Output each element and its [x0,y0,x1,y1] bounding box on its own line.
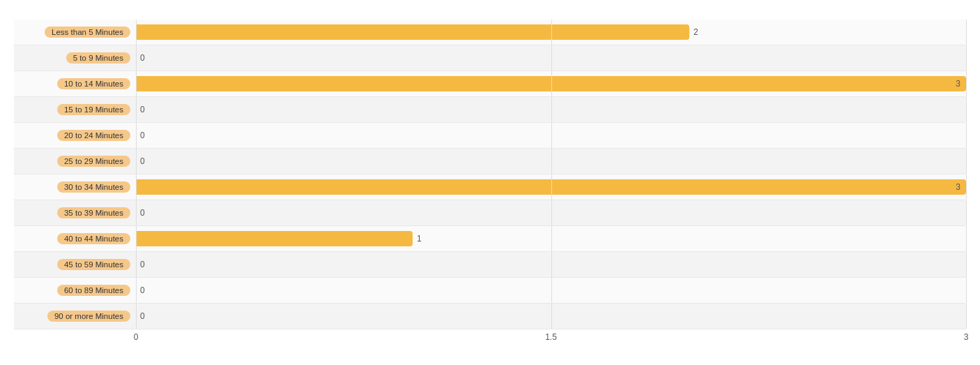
x-axis-label: 3 [964,332,969,342]
bar-label: 40 to 44 Minutes [14,233,136,244]
bar-value: 3 [956,182,960,192]
bar-label-text: 25 to 29 Minutes [57,156,130,167]
bar-label-text: 5 to 9 Minutes [66,52,130,64]
grid-line [966,20,967,45]
grid-line [136,71,137,96]
bar-row: 45 to 59 Minutes0 [14,252,966,278]
bar-area: 0 [136,252,966,277]
x-axis: 01.53 [14,332,966,346]
grid-line [966,278,967,303]
grid-line [966,149,967,174]
bar-row: 25 to 29 Minutes0 [14,149,966,174]
bar-label: 90 or more Minutes [14,311,136,322]
grid-line [136,200,137,225]
grid-line [966,174,967,200]
grid-line [966,252,967,277]
bar-label: Less than 5 Minutes [14,27,136,38]
bar-value: 0 [140,311,145,321]
grid-line [136,97,137,122]
grid-line [551,71,552,96]
bar-area: 0 [136,278,966,303]
grid-line [966,71,967,96]
bar-label: 10 to 14 Minutes [14,78,136,89]
bar-row: 15 to 19 Minutes0 [14,97,966,123]
bar-label-text: 30 to 34 Minutes [57,181,130,193]
bar-row: 10 to 14 Minutes3 [14,71,966,97]
bar-area: 0 [136,123,966,148]
bar-label: 30 to 34 Minutes [14,181,136,193]
bar-row: 5 to 9 Minutes0 [14,45,966,71]
bar-label-text: 60 to 89 Minutes [57,285,130,296]
bar-area: 0 [136,149,966,174]
grid-line [551,149,552,174]
grid-line [136,226,137,251]
bar-label: 60 to 89 Minutes [14,285,136,296]
bar-row: 35 to 39 Minutes0 [14,200,966,226]
grid-line [966,200,967,225]
bar-area: 0 [136,304,966,329]
bar-fill [136,231,413,246]
bar-value: 0 [140,105,145,114]
bar-label: 15 to 19 Minutes [14,104,136,115]
bar-label-text: 35 to 39 Minutes [57,207,130,218]
grid-line [551,252,552,277]
bar-area: 1 [136,226,966,251]
bar-area: 2 [136,20,966,45]
bar-value: 1 [417,234,422,244]
bar-label: 20 to 24 Minutes [14,130,136,141]
grid-line [136,20,137,45]
grid-line [136,45,137,70]
bar-area: 3 [136,71,966,96]
grid-line [551,97,552,122]
bar-value: 2 [694,27,698,37]
bar-fill [136,24,689,40]
grid-line [551,226,552,251]
chart-container: Less than 5 Minutes25 to 9 Minutes010 to… [0,0,980,365]
bar-area: 0 [136,45,966,70]
bar-label-text: 45 to 59 Minutes [57,259,130,270]
grid-line [136,278,137,303]
bar-row: 30 to 34 Minutes3 [14,174,966,200]
grid-line [136,174,137,200]
bar-value: 0 [140,208,145,218]
grid-line [551,20,552,45]
bar-row: 60 to 89 Minutes0 [14,278,966,304]
grid-line [136,252,137,277]
x-axis-label: 0 [134,332,139,342]
grid-line [136,149,137,174]
bar-label: 45 to 59 Minutes [14,259,136,270]
bar-value: 3 [956,79,960,89]
grid-line [966,123,967,148]
grid-line [966,97,967,122]
bar-value: 0 [140,285,145,295]
grid-line [136,304,137,329]
grid-line [551,278,552,303]
bar-area: 0 [136,200,966,225]
bar-value: 0 [140,156,145,166]
bar-label-text: 15 to 19 Minutes [57,104,130,115]
bar-area: 0 [136,97,966,122]
bar-label: 25 to 29 Minutes [14,156,136,167]
bar-label-text: 90 or more Minutes [47,311,130,322]
x-axis-labels: 01.53 [136,332,966,346]
chart-body: Less than 5 Minutes25 to 9 Minutes010 to… [14,20,966,346]
bar-value: 0 [140,131,145,140]
grid-line [966,304,967,329]
bar-value: 0 [140,260,145,269]
bar-label-text: 40 to 44 Minutes [57,233,130,244]
bar-label: 35 to 39 Minutes [14,207,136,218]
grid-line [966,45,967,70]
grid-line [551,174,552,200]
grid-line [966,226,967,251]
bar-area: 3 [136,174,966,200]
bar-row: 40 to 44 Minutes1 [14,226,966,252]
grid-line [136,123,137,148]
bar-label-text: 10 to 14 Minutes [57,78,130,89]
x-axis-label: 1.5 [545,332,557,342]
grid-line [551,45,552,70]
bar-row: Less than 5 Minutes2 [14,20,966,45]
bar-row: 20 to 24 Minutes0 [14,123,966,149]
grid-line [551,123,552,148]
grid-line [551,304,552,329]
bar-label-text: 20 to 24 Minutes [57,130,130,141]
